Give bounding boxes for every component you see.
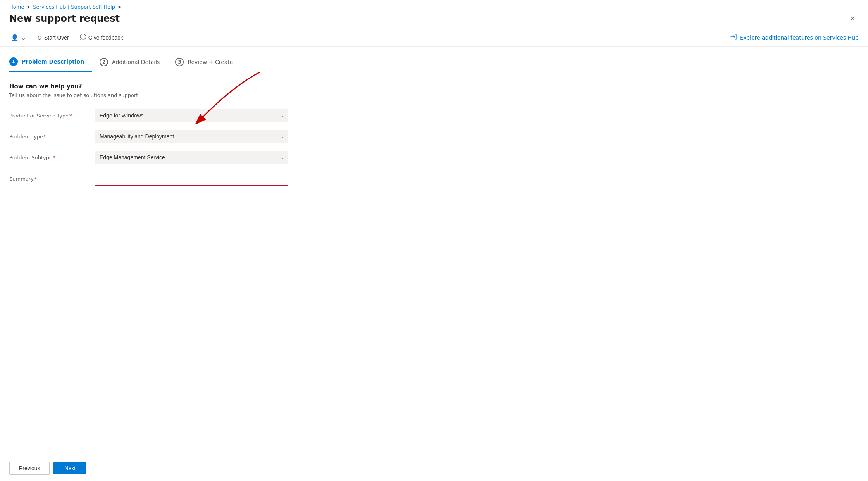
product-type-select[interactable]: Edge for Windows (95, 109, 288, 122)
give-feedback-button[interactable]: Give feedback (78, 31, 125, 44)
explore-features-link[interactable]: Explore additional features on Services … (730, 34, 859, 41)
start-over-label: Start Over (44, 34, 69, 41)
problem-type-control: Manageability and Deployment ⌄ (95, 130, 288, 143)
footer: Previous Next (0, 455, 868, 481)
main-content: How can we help you? Tell us about the i… (0, 72, 868, 455)
page-header: New support request ··· ✕ (0, 11, 868, 29)
toolbar: 👤 ⌄ ↻ Start Over Give feedback Explore a… (0, 29, 868, 47)
summary-label: Summary* (9, 176, 95, 182)
feedback-icon (80, 34, 86, 41)
step-2-label: Additional Details (112, 59, 160, 65)
breadcrumb-services-hub[interactable]: Services Hub | Support Self Help (33, 4, 115, 10)
problem-type-select[interactable]: Manageability and Deployment (95, 130, 288, 143)
problem-subtype-control: Edge Management Service ⌄ (95, 151, 288, 164)
product-type-label: Product or Service Type* (9, 113, 95, 119)
ellipsis-button[interactable]: ··· (124, 14, 136, 24)
next-button[interactable]: Next (53, 462, 86, 474)
step-1-circle: 1 (9, 57, 18, 66)
summary-input[interactable] (95, 172, 288, 186)
problem-type-label: Problem Type* (9, 134, 95, 140)
breadcrumb: Home > Services Hub | Support Self Help … (0, 0, 868, 11)
problem-subtype-select[interactable]: Edge Management Service (95, 151, 288, 164)
previous-button[interactable]: Previous (9, 462, 50, 475)
start-over-icon: ↻ (37, 34, 42, 41)
step-1-label: Problem Description (22, 59, 84, 65)
user-icon-button[interactable]: 👤 ⌄ (9, 32, 28, 44)
breadcrumb-sep1: > (26, 4, 31, 10)
step-2-circle: 2 (100, 58, 108, 66)
product-type-control: Edge for Windows ⌄ (95, 109, 288, 122)
section-subtitle: Tell us about the issue to get solutions… (9, 92, 859, 98)
problem-subtype-row: Problem Subtype* Edge Management Service… (9, 151, 859, 164)
summary-control (95, 172, 288, 186)
explore-features-label: Explore additional features on Services … (740, 34, 859, 41)
step-3-label: Review + Create (188, 59, 233, 65)
breadcrumb-sep2: > (117, 4, 122, 10)
section-title: How can we help you? (9, 83, 859, 90)
summary-row: Summary* (9, 172, 859, 186)
step-additional-details[interactable]: 2 Additional Details (92, 53, 167, 72)
dropdown-chevron-icon: ⌄ (21, 34, 26, 41)
give-feedback-label: Give feedback (88, 34, 123, 41)
page-title: New support request (9, 13, 120, 24)
step-3-circle: 3 (175, 58, 184, 66)
step-problem-description[interactable]: 1 Problem Description (9, 53, 92, 72)
problem-type-row: Problem Type* Manageability and Deployme… (9, 130, 859, 143)
close-button[interactable]: ✕ (847, 13, 859, 24)
problem-subtype-label: Problem Subtype* (9, 155, 95, 160)
breadcrumb-home[interactable]: Home (9, 4, 24, 10)
start-over-button[interactable]: ↻ Start Over (35, 32, 71, 44)
product-type-row: Product or Service Type* Edge for Window… (9, 109, 859, 122)
explore-icon (730, 34, 737, 41)
user-icon: 👤 (11, 34, 19, 41)
form-area: Product or Service Type* Edge for Window… (9, 109, 859, 186)
stepper: 1 Problem Description 2 Additional Detai… (0, 47, 868, 72)
step-review-create[interactable]: 3 Review + Create (167, 53, 241, 72)
